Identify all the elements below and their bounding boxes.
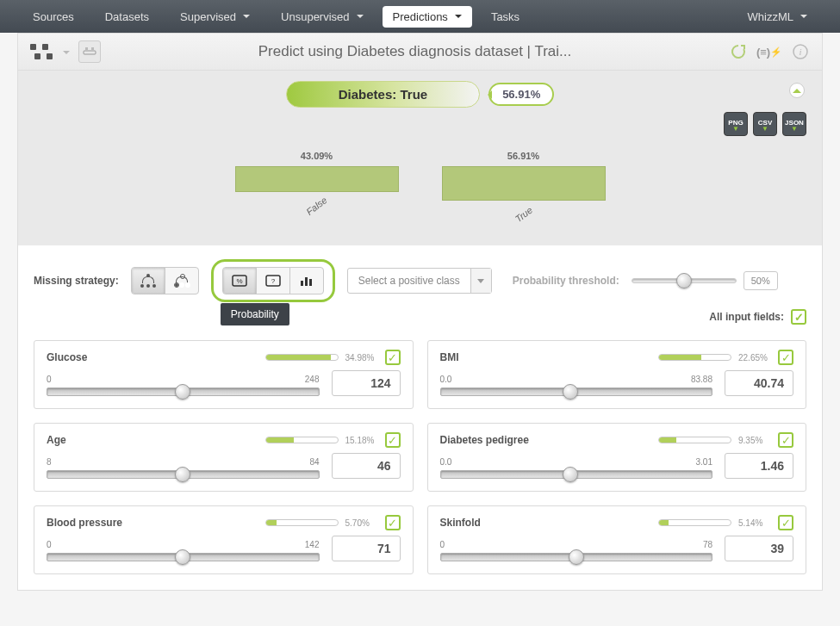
field-card: Skinfold5.14%✓07839 — [427, 505, 807, 574]
field-name: Skinfold — [440, 517, 659, 529]
missing-strategy-label: Missing strategy: — [34, 275, 119, 287]
field-slider-handle[interactable] — [175, 549, 190, 565]
field-slider-handle[interactable] — [563, 467, 578, 482]
field-max: 78 — [703, 540, 712, 549]
info-icon[interactable]: i — [791, 42, 810, 61]
svg-rect-1 — [85, 47, 88, 50]
nav-predictions[interactable]: Predictions — [383, 6, 472, 28]
chart-bar: 56.91%True — [442, 151, 606, 220]
svg-rect-0 — [84, 51, 96, 54]
nav-unsupervised[interactable]: Unsupervised — [265, 2, 379, 32]
collapse-toggle[interactable] — [789, 83, 805, 98]
main-panel: Predict using Diabetes diagnosis dataset… — [17, 33, 823, 591]
field-name: BMI — [440, 351, 659, 363]
workflow-icon[interactable] — [30, 44, 51, 59]
svg-text:i: i — [799, 46, 801, 57]
nav-tasks[interactable]: Tasks — [476, 2, 535, 32]
importance-pct: 5.14% — [738, 518, 773, 528]
threshold-slider[interactable] — [632, 278, 737, 283]
field-checkbox[interactable]: ✓ — [385, 515, 401, 530]
bar-rect — [442, 166, 606, 201]
field-card: BMI22.65%✓0.083.8840.74 — [427, 340, 807, 409]
top-nav: SourcesDatasetsSupervisedUnsupervisedPre… — [0, 0, 840, 33]
chart-zone: Diabetes: True 56.91% PNG▼CSV▼JSON▼ 43.0… — [18, 71, 822, 245]
script-icon[interactable]: (≡)⚡ — [760, 42, 779, 61]
importance-bar — [265, 354, 339, 361]
field-min: 0 — [47, 375, 52, 384]
field-name: Diabetes pedigree — [440, 434, 659, 446]
field-slider[interactable] — [440, 553, 713, 561]
field-value-input[interactable]: 71 — [332, 536, 401, 561]
field-name: Blood pressure — [47, 517, 265, 529]
metric-confidence-button[interactable]: ? — [257, 268, 290, 294]
export-json-button[interactable]: JSON▼ — [782, 112, 806, 136]
nav-sources[interactable]: Sources — [17, 2, 90, 32]
bar-value-label: 56.91% — [507, 151, 539, 161]
svg-text:?: ? — [271, 277, 275, 285]
field-slider[interactable] — [47, 553, 320, 561]
field-value-input[interactable]: 46 — [332, 453, 401, 479]
field-card: Glucose34.98%✓0248124 — [34, 340, 414, 409]
field-checkbox[interactable]: ✓ — [385, 432, 401, 448]
field-max: 84 — [309, 457, 319, 467]
field-value-input[interactable]: 124 — [332, 370, 401, 396]
all-inputs-checkbox[interactable]: ✓ — [791, 309, 806, 325]
model-type-icon — [78, 40, 101, 63]
missing-strategy-group — [131, 267, 199, 294]
field-name: Age — [47, 434, 265, 446]
missing-strategy-proportional[interactable] — [165, 268, 198, 294]
bar-rect — [235, 166, 399, 192]
missing-strategy-last[interactable] — [132, 268, 165, 294]
importance-bar — [658, 437, 731, 443]
field-slider[interactable] — [440, 387, 713, 396]
threshold-label: Probability threshold: — [513, 275, 619, 287]
field-card: Blood pressure5.70%✓014271 — [34, 505, 414, 574]
threshold-value: 50% — [744, 271, 778, 290]
svg-rect-11 — [309, 279, 312, 286]
field-card: Age15.18%✓88446 — [34, 423, 414, 492]
field-value-input[interactable]: 1.46 — [725, 453, 793, 479]
field-slider-handle[interactable] — [569, 549, 584, 565]
refresh-icon[interactable] — [729, 42, 748, 61]
importance-bar — [265, 519, 339, 526]
field-checkbox[interactable]: ✓ — [778, 515, 793, 530]
threshold-handle[interactable] — [676, 273, 692, 288]
field-slider-handle[interactable] — [563, 384, 578, 400]
prediction-pill: Diabetes: True — [286, 81, 480, 108]
field-slider[interactable] — [440, 470, 713, 479]
positive-class-select[interactable]: Select a positive class — [347, 268, 492, 294]
controls-row: Missing strategy: % ? Probability Select… — [18, 245, 822, 332]
field-max: 142 — [305, 540, 320, 549]
importance-pct: 9.35% — [738, 436, 773, 445]
field-min: 0.0 — [440, 375, 452, 384]
field-max: 3.01 — [696, 457, 712, 467]
importance-bar — [265, 437, 339, 443]
export-png-button[interactable]: PNG▼ — [724, 112, 748, 136]
field-slider[interactable] — [47, 387, 320, 396]
nav-datasets[interactable]: Datasets — [90, 2, 165, 32]
field-max: 248 — [305, 375, 320, 384]
workflow-dropdown-icon[interactable] — [59, 46, 70, 59]
svg-rect-2 — [91, 47, 94, 50]
field-max: 83.88 — [691, 375, 712, 384]
metric-probability-button[interactable]: % — [223, 268, 257, 294]
field-checkbox[interactable]: ✓ — [778, 350, 793, 365]
field-value-input[interactable]: 39 — [725, 536, 793, 561]
field-slider-handle[interactable] — [175, 467, 190, 482]
field-min: 8 — [47, 457, 52, 467]
metric-votes-button[interactable] — [290, 268, 323, 294]
chart-bar: 43.09%False — [235, 151, 399, 220]
field-checkbox[interactable]: ✓ — [778, 432, 793, 448]
bar-value-label: 43.09% — [301, 151, 333, 161]
field-value-input[interactable]: 40.74 — [725, 370, 793, 396]
export-csv-button[interactable]: CSV▼ — [753, 112, 777, 136]
field-slider[interactable] — [47, 470, 320, 479]
nav-whizzml[interactable]: WhizzML — [732, 2, 823, 32]
field-checkbox[interactable]: ✓ — [385, 350, 401, 365]
field-min: 0.0 — [440, 457, 452, 467]
metric-toggle-highlight: % ? Probability — [211, 259, 335, 302]
nav-supervised[interactable]: Supervised — [165, 2, 265, 32]
field-min: 0 — [47, 540, 52, 549]
field-min: 0 — [440, 540, 445, 549]
field-slider-handle[interactable] — [175, 384, 190, 400]
